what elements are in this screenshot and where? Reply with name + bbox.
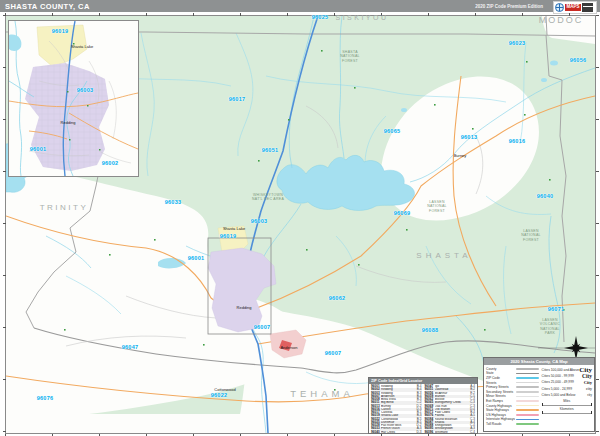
legend-city-sample: City	[584, 380, 592, 385]
legend-line-sample	[516, 423, 539, 425]
legend-row: Toll Roads	[486, 422, 539, 427]
ruler-ticks-top	[5, 13, 596, 16]
legend-line-sample	[516, 400, 539, 402]
zip-index-column-2: 96047IgoA-496051LakeheadB-296056McArthur…	[425, 385, 476, 434]
legend-item-label: County	[486, 367, 516, 371]
legend-item-label: Secondary Streets	[486, 390, 516, 394]
legend-city-label: Cities 25,000 - 49,999	[542, 380, 584, 384]
legend-city-label: Cities 100,000 and Above	[542, 368, 580, 372]
zip-index-columns: 96001ReddingB-496002ReddingB-496003Reddi…	[369, 384, 477, 434]
globe-icon	[555, 3, 564, 12]
zip-index-zip: 96096	[425, 431, 434, 434]
title-bar: SHASTA COUNTY, CA 2020 ZIP Code Premium …	[0, 0, 600, 12]
legend-city-label: Cities 50,000 - 99,999	[542, 374, 582, 378]
legend-city-items: Cities 100,000 and AboveCityCities 50,00…	[542, 367, 592, 427]
legend-body: CountyStateZIP CodeStreetsPrimary Street…	[484, 365, 594, 428]
map-sheet: SHASTA COUNTY, CA 2020 ZIP Code Premium …	[0, 0, 600, 436]
inset-map-canvas	[9, 21, 138, 176]
legend-item-label: Minor Streets	[486, 394, 516, 398]
legend-item-label: ZIP Code	[486, 376, 516, 380]
inset-map	[8, 20, 139, 177]
legend-item-label: Toll Roads	[486, 422, 516, 426]
legend-item-label: Streets	[486, 381, 516, 385]
legend-line-sample	[516, 377, 539, 379]
legend-city-sample: city	[586, 386, 592, 391]
map-frame: ZIP Code Index/Grid Locator 96001Redding…	[5, 15, 596, 434]
legend-item-label: Primary Streets	[486, 385, 516, 389]
zip-index-name: Hat Creek	[381, 431, 416, 434]
legend-item-label: County Highways	[486, 404, 516, 408]
legend-item-label: State	[486, 371, 516, 375]
ruler-ticks-right	[596, 15, 599, 434]
legend-city-row: Cities 5,000 and Belowcity	[542, 392, 592, 398]
legend-line-sample	[516, 391, 539, 393]
brand-maps-label: MAPS	[565, 4, 581, 11]
legend: 2020 Shasta County, CA Map CountyStateZI…	[483, 357, 595, 432]
legend-title: 2020 Shasta County, CA Map	[484, 358, 594, 365]
zip-index-grid: C-4	[470, 431, 475, 434]
legend-line-sample	[516, 382, 539, 384]
scalebar-miles-line	[542, 403, 592, 406]
page-title: SHASTA COUNTY, CA	[5, 2, 90, 11]
zip-index-zip: 96040	[371, 431, 380, 434]
zip-index-name: Whitmore	[435, 431, 470, 434]
scalebar-miles: Miles	[542, 400, 592, 407]
zip-index-row: 96096WhitmoreC-4	[425, 431, 476, 434]
legend-item-label: Interstate Highways	[486, 417, 516, 421]
edition-label: 2020 ZIP Code Premium Edition	[475, 4, 543, 9]
legend-city-sample: City	[582, 373, 592, 379]
legend-city-label: Cities 5,000 and Below	[542, 393, 588, 397]
zip-index-column-1: 96001ReddingB-496002ReddingB-496003Reddi…	[371, 385, 422, 434]
zip-index-grid: D-3	[417, 431, 422, 434]
zip-index-row: 96040Hat CreekD-3	[371, 431, 422, 434]
ruler-ticks-left	[3, 15, 6, 434]
legend-line-sample	[516, 409, 539, 411]
legend-item-label: Exit Ramps	[486, 399, 516, 403]
legend-city-sample: city	[587, 393, 592, 397]
brand-research-box	[582, 3, 593, 12]
legend-line-sample	[516, 373, 539, 375]
legend-line-sample	[516, 368, 539, 370]
legend-city-label: Cities 5,000 - 24,999	[542, 387, 586, 391]
legend-line-sample	[516, 419, 539, 421]
legend-line-sample	[516, 386, 539, 388]
legend-line-sample	[516, 405, 539, 407]
scalebar-kilometers-line	[542, 411, 592, 414]
scalebar-kilometers: Kilometers	[542, 408, 592, 415]
zip-index-table: ZIP Code Index/Grid Locator 96001Redding…	[368, 377, 478, 434]
legend-line-sample	[516, 396, 539, 398]
legend-item-label: US Highways	[486, 413, 516, 417]
legend-item-label: State Highways	[486, 408, 516, 412]
legend-line-items: CountyStateZIP CodeStreetsPrimary Street…	[486, 367, 539, 427]
legend-line-sample	[516, 414, 539, 416]
